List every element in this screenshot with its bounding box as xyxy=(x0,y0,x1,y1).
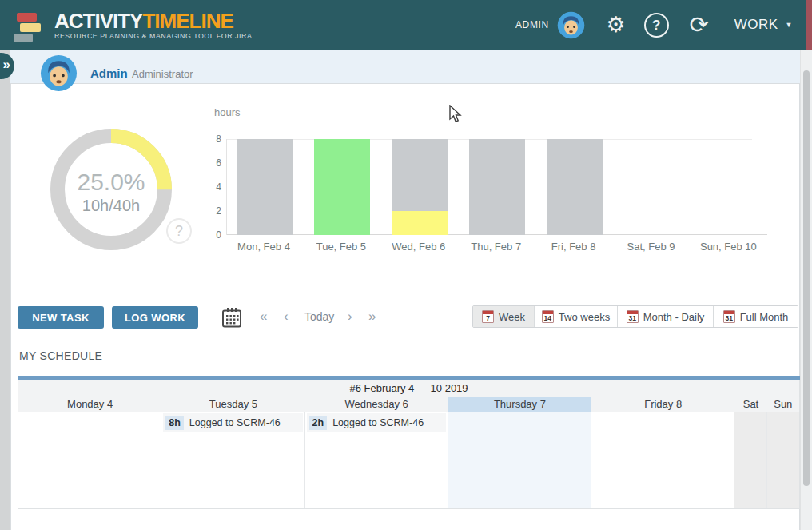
vertical-scrollbar xyxy=(800,50,812,530)
nav-last-button[interactable]: » xyxy=(368,309,376,325)
x-tick-label: Sat, Feb 9 xyxy=(613,241,690,253)
worklog-hours-badge: 2h xyxy=(309,416,328,430)
schedule-body: 8h Logged to SCRM-46 2h Logged to SCRM-4… xyxy=(18,412,800,509)
schedule-table: #6 February 4 — 10 2019 Monday 4 Tuesday… xyxy=(18,376,800,509)
nav-next-button[interactable]: › xyxy=(348,309,352,325)
user-name: Admin xyxy=(90,66,128,80)
chevron-right-icon: » xyxy=(3,57,10,73)
x-tick-label: Thu, Feb 7 xyxy=(458,241,535,253)
calendar-31-icon: 31 xyxy=(723,310,735,323)
x-tick-label: Tue, Feb 5 xyxy=(303,241,380,253)
day-cell-thursday[interactable] xyxy=(448,412,591,508)
scrollbar-thumb[interactable] xyxy=(803,70,810,486)
header-actions: ADMIN ⚙ ? ⟳ WORK ▼ xyxy=(515,0,793,50)
utilization-hours-ratio: 10h/40h xyxy=(55,197,167,215)
col-header-friday[interactable]: Friday 8 xyxy=(591,397,734,412)
calendar-7-icon: 7 xyxy=(482,310,494,323)
col-header-tuesday[interactable]: Tuesday 5 xyxy=(161,397,304,412)
bar-segment xyxy=(392,139,448,211)
y-tick-label: 4 xyxy=(204,181,221,193)
y-axis-ticks: 02468 xyxy=(204,139,221,235)
day-cell-monday[interactable] xyxy=(18,412,161,508)
day-cell-tuesday[interactable]: 8h Logged to SCRM-46 xyxy=(161,412,304,508)
bar-segment xyxy=(547,139,603,235)
logo-bar-red xyxy=(17,13,37,22)
col-header-saturday[interactable]: Sat xyxy=(734,397,766,412)
day-cell-saturday[interactable] xyxy=(734,412,766,508)
refresh-icon[interactable]: ⟳ xyxy=(685,11,714,38)
activitytimeline-app: ACTIVITYTIMELINE RESOURCE PLANNING & MAN… xyxy=(0,0,812,530)
col-header-sunday[interactable]: Sun xyxy=(767,397,799,412)
worklog-text: Logged to SCRM-46 xyxy=(189,417,281,428)
collapsed-sidebar-strip xyxy=(0,50,10,530)
worklog-entry-wednesday[interactable]: 2h Logged to SCRM-46 xyxy=(307,413,446,432)
chart-y-axis-title: hours xyxy=(214,106,241,118)
logo-bar-gray xyxy=(14,34,33,42)
bar-segment xyxy=(469,139,525,235)
view-full-month-button[interactable]: 31 Full Month xyxy=(713,306,798,327)
view-week-button[interactable]: 7 Week xyxy=(473,306,534,327)
chevron-down-icon: ▼ xyxy=(786,21,793,29)
worklog-text: Logged to SCRM-46 xyxy=(332,417,424,428)
col-header-thursday[interactable]: Thursday 7 xyxy=(448,397,591,412)
y-tick-label: 6 xyxy=(204,157,221,169)
x-tick-label: Mon, Feb 4 xyxy=(225,241,302,253)
app-header: ACTIVITYTIMELINE RESOURCE PLANNING & MAN… xyxy=(0,0,812,50)
settings-gear-icon[interactable]: ⚙ xyxy=(603,11,630,38)
app-logo-icon xyxy=(13,11,50,43)
user-avatar-large[interactable] xyxy=(40,54,78,92)
today-button[interactable]: Today xyxy=(304,310,334,323)
calendar-icon xyxy=(221,307,242,328)
app-logo[interactable]: ACTIVITYTIMELINE RESOURCE PLANNING & MAN… xyxy=(13,11,252,43)
nav-first-button[interactable]: « xyxy=(260,309,267,325)
admin-label: ADMIN xyxy=(515,19,549,30)
x-axis-labels: Mon, Feb 4Tue, Feb 5Wed, Feb 6Thu, Feb 7… xyxy=(226,241,770,253)
sidebar-expand-button[interactable]: » xyxy=(0,53,14,79)
y-tick-label: 0 xyxy=(204,229,221,241)
col-header-wednesday[interactable]: Wednesday 6 xyxy=(305,397,448,412)
x-tick-label: Sun, Feb 10 xyxy=(690,241,766,253)
calendar-picker-button[interactable] xyxy=(221,307,242,328)
work-menu[interactable]: WORK ▼ xyxy=(734,17,793,33)
bar-segment xyxy=(237,139,293,235)
view-two-weeks-button[interactable]: 14 Two weeks xyxy=(534,306,617,327)
app-logo-text: ACTIVITYTIMELINE RESOURCE PLANNING & MAN… xyxy=(54,11,252,40)
y-tick-label: 2 xyxy=(204,205,221,217)
worklog-hours-badge: 8h xyxy=(165,416,184,430)
bar-plot xyxy=(226,139,767,235)
help-icon[interactable]: ? xyxy=(644,13,669,38)
day-cell-friday[interactable] xyxy=(591,412,734,508)
my-schedule-heading: MY SCHEDULE xyxy=(19,349,102,362)
log-work-button[interactable]: LOG WORK xyxy=(112,306,198,329)
bar-segment xyxy=(314,139,370,235)
x-tick-label: Wed, Feb 6 xyxy=(380,241,457,253)
x-tick-label: Fri, Feb 8 xyxy=(535,241,612,253)
day-cell-sunday[interactable] xyxy=(767,412,799,508)
mouse-cursor xyxy=(448,105,464,124)
bar-segment xyxy=(392,211,448,235)
schedule-week-title: #6 February 4 — 10 2019 xyxy=(18,380,800,397)
logo-title-activity: ACTIVITY xyxy=(54,9,142,33)
calendar-31-icon: 31 xyxy=(627,310,639,323)
work-menu-label: WORK xyxy=(734,17,778,33)
view-full-month-label: Full Month xyxy=(740,311,789,323)
utilization-percent: 25.0% xyxy=(55,169,167,196)
header-accent-strip xyxy=(806,0,812,50)
view-month-daily-label: Month - Daily xyxy=(643,311,705,323)
new-task-button[interactable]: NEW TASK xyxy=(18,306,104,329)
logo-subtitle: RESOURCE PLANNING & MANAGING TOOL FOR JI… xyxy=(54,32,252,40)
worklog-entry-tuesday[interactable]: 8h Logged to SCRM-46 xyxy=(163,413,302,432)
view-month-daily-button[interactable]: 31 Month - Daily xyxy=(617,306,713,327)
logo-title-timeline: TIMELINE xyxy=(142,9,233,33)
day-cell-wednesday[interactable]: 2h Logged to SCRM-46 xyxy=(305,412,448,508)
user-avatar[interactable] xyxy=(557,11,585,39)
y-tick-label: 8 xyxy=(204,133,221,145)
col-header-monday[interactable]: Monday 4 xyxy=(18,397,161,412)
calendar-14-icon: 14 xyxy=(542,310,554,323)
view-switcher: 7 Week 14 Two weeks 31 Month - Daily 31 … xyxy=(472,305,798,328)
view-week-label: Week xyxy=(499,311,525,323)
logo-bar-yellow xyxy=(20,23,41,32)
schedule-header-row: Monday 4 Tuesday 5 Wednesday 6 Thursday … xyxy=(18,397,800,412)
donut-help-icon[interactable]: ? xyxy=(166,218,192,244)
nav-prev-button[interactable]: ‹ xyxy=(284,309,289,325)
